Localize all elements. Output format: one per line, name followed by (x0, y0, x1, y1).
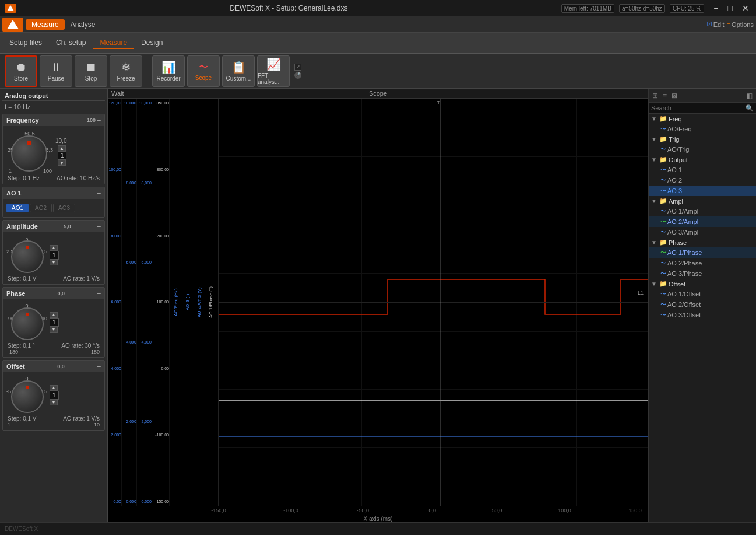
scope-canvas[interactable]: T L1 (219, 99, 648, 506)
pause-button[interactable]: ⏸ Pause (40, 55, 72, 87)
scope-panel: Wait Scope 120,00 100,00 8,000 6,000 4,0… (108, 89, 648, 522)
ao2-wave-icon: 〜 (660, 176, 666, 184)
tree-item-ao1[interactable]: 〜 AO 1 (649, 165, 756, 175)
recorder-button[interactable]: 📊 Recorder (152, 55, 185, 87)
expand-icon: ⤢ (294, 64, 301, 71)
freq-folder-icon: 📁 (659, 115, 667, 123)
fft-button[interactable]: 📈 FFT analys... (257, 55, 290, 87)
tree-item-ao3-offset[interactable]: 〜 AO 3/Offset (649, 310, 756, 320)
ao3-wave-icon: 〜 (660, 187, 666, 195)
amplitude-knob[interactable] (11, 240, 44, 273)
tree-item-ao3-phase[interactable]: 〜 AO 3/Phase (649, 268, 756, 279)
edit-button[interactable]: ☑ Edit (706, 20, 725, 28)
offset-ao-rate: AO rate: 1 V/s (63, 415, 100, 422)
menu-measure[interactable]: Measure (26, 19, 65, 30)
nav-setup-files[interactable]: Setup files (2, 37, 49, 49)
options-button[interactable]: ≡ Options (727, 21, 754, 28)
freeze-button[interactable]: ❄ Freeze (110, 55, 142, 87)
freq-spin[interactable]: ▲ 1 ▼ (58, 145, 67, 166)
tree-item-ao2[interactable]: 〜 AO 2 (649, 175, 756, 186)
store-button[interactable]: ⏺ Store (5, 55, 37, 87)
trigger-T-label: T (437, 100, 441, 106)
tree-group-output[interactable]: ▼ 📁 Output (649, 155, 756, 165)
ao1-title: AO 1 (6, 190, 22, 197)
phase-section: Phase 0,0 − 0 -90 90 ▲ (2, 287, 105, 358)
scope-button[interactable]: 〜 Scope (187, 55, 220, 87)
search-input[interactable] (649, 103, 743, 113)
freq-status: a=50hz d=50hz (619, 4, 665, 13)
amplitude-spin[interactable]: ▲ 1 ▼ (50, 245, 59, 265)
ao2-offset-wave-icon: 〜 (660, 300, 666, 309)
rp-collapse-icon[interactable]: ◧ (745, 90, 754, 101)
ao2-ampl-wave-icon: 〜 (660, 218, 666, 226)
amp-ao-rate: AO rate: 1 V/s (63, 275, 100, 282)
maximize-button[interactable]: □ (726, 4, 735, 13)
phase-knob[interactable] (11, 307, 44, 340)
ao3-tab[interactable]: AO3 (53, 204, 75, 212)
recorder-icon: 📊 (161, 60, 176, 74)
tree-item-ao1-offset[interactable]: 〜 AO 1/Offset (649, 289, 756, 299)
menu-analyse[interactable]: Analyse (65, 19, 101, 30)
wait-label: Wait (111, 90, 124, 97)
amp-step: Step: 0,1 V (8, 275, 36, 282)
rp-grid-icon[interactable]: ⊞ (651, 90, 659, 101)
offset-step: Step: 0,1 V (8, 415, 36, 422)
x-label-6: 150,0 (628, 508, 642, 513)
mic-icon: 🎤 (294, 72, 301, 79)
tree-item-ao2-ampl[interactable]: 〜 AO 2/Ampl (649, 216, 756, 227)
tree-item-ao2-phase[interactable]: 〜 AO 2/Phase (649, 258, 756, 268)
freq-step-label: Step: 0,1 Hz (8, 175, 40, 181)
nav-measure[interactable]: Measure (93, 37, 134, 49)
phase-spin[interactable]: ▲ 1 ▼ (50, 312, 59, 333)
offset-knob[interactable] (11, 380, 44, 413)
amplitude-collapse[interactable]: − (97, 222, 101, 230)
channel-tree: ▼ 📁 Freq 〜 AO/Freq ▼ 📁 Trig 〜 AO/Trig ▼ (649, 114, 756, 320)
tree-group-ampl[interactable]: ▼ 📁 Ampl (649, 196, 756, 206)
nav-design[interactable]: Design (134, 37, 170, 49)
frequency-section: Frequency 100 − 50,5 25,8 75,3 (2, 114, 105, 184)
tree-item-ao1-ampl[interactable]: 〜 AO 1/Ampl (649, 206, 756, 216)
trig-folder-icon: 📁 (659, 135, 667, 143)
tree-group-freq[interactable]: ▼ 📁 Freq (649, 114, 756, 124)
cursor-L1-label: L1 (638, 290, 644, 296)
x-label-5: 100,0 (558, 508, 571, 513)
tree-item-ao-trig[interactable]: 〜 AO/Trig (649, 144, 756, 155)
frequency-knob[interactable] (11, 135, 47, 172)
freq-max-val: 100 (87, 117, 96, 123)
phase-collapse[interactable]: − (97, 289, 101, 298)
close-button[interactable]: ✕ (740, 4, 751, 13)
nav-ch-setup[interactable]: Ch. setup (49, 37, 93, 49)
ao1-tab[interactable]: AO1 (6, 204, 29, 212)
stop-button[interactable]: ⏹ Stop (75, 55, 107, 87)
rp-list-icon[interactable]: ≡ (662, 90, 668, 101)
freeze-icon: ❄ (121, 60, 131, 74)
tree-item-ao-freq[interactable]: 〜 AO/Freq (649, 124, 756, 134)
ao-freq-wave-icon: 〜 (660, 125, 666, 133)
freq-collapse[interactable]: − (97, 116, 101, 124)
search-row: 🔍 (649, 103, 756, 114)
ao3-offset-wave-icon: 〜 (660, 311, 666, 319)
x-label-4: 50,0 (492, 508, 502, 513)
offset-collapse[interactable]: − (97, 362, 101, 370)
custom-button[interactable]: 📋 Custom... (222, 55, 255, 87)
tree-group-trig[interactable]: ▼ 📁 Trig (649, 134, 756, 144)
tree-group-offset[interactable]: ▼ 📁 Offset (649, 279, 756, 289)
tree-item-ao2-offset[interactable]: 〜 AO 2/Offset (649, 299, 756, 310)
offset-spin[interactable]: ▲ 1 ▼ (50, 385, 59, 405)
tree-item-ao3-ampl[interactable]: 〜 AO 3/Ampl (649, 227, 756, 237)
tree-item-ao3[interactable]: 〜 AO 3 (649, 186, 756, 196)
ao1-collapse[interactable]: − (97, 189, 101, 197)
tree-group-phase[interactable]: ▼ 📁 Phase (649, 237, 756, 247)
right-panel-toolbar: ⊞ ≡ ⊠ ◧ (649, 89, 756, 103)
left-panel: Analog output f = 10 Hz Frequency 100 − … (0, 89, 108, 522)
ao1-phase-label: AO 1/Phase (°) (205, 99, 216, 506)
minimize-button[interactable]: − (711, 4, 720, 13)
nav-bar: Setup files Ch. setup Measure Design (0, 33, 756, 54)
analog-output-label: Analog output (2, 91, 105, 101)
tree-item-ao1-phase[interactable]: 〜 AO 1/Phase (649, 247, 756, 258)
rp-filter-icon[interactable]: ⊠ (670, 90, 678, 101)
ao2-tab[interactable]: AO2 (30, 204, 52, 212)
custom-icon: 📋 (231, 60, 246, 74)
freq-group-label: Freq (669, 116, 682, 123)
x-axis-title: X axis (ms) (364, 516, 393, 522)
